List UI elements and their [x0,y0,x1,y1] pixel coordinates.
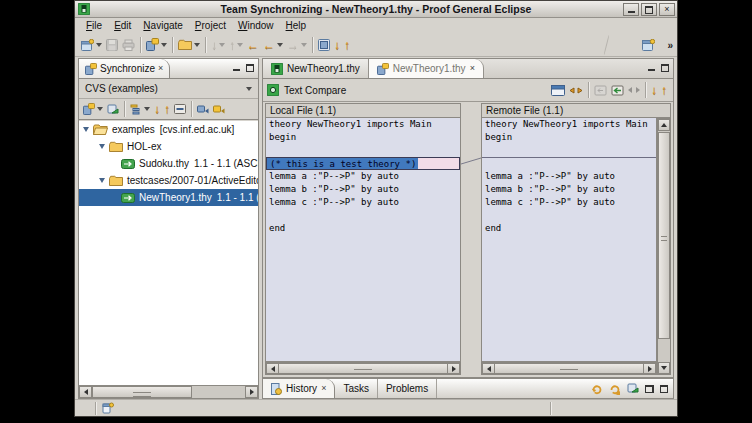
restore-panel-button[interactable] [645,385,654,393]
maximize-panel-button[interactable] [660,385,668,393]
scroll-up-button[interactable] [658,119,670,131]
menu-project[interactable]: Project [189,20,232,31]
tab-newtheory1-compare[interactable]: NewTheory1.thy × [369,59,484,78]
presentation-mode-button[interactable] [128,100,152,118]
forward-button[interactable]: → [285,35,309,55]
expander-icon[interactable] [83,127,89,132]
remote-vscrollbar[interactable] [657,118,671,375]
save-icon [106,39,118,51]
thumb-grip [560,369,578,374]
previous-change-nav-button[interactable] [634,80,642,100]
tab-synchronize[interactable]: Synchronize × [79,59,170,78]
next-change-nav-button[interactable] [626,80,634,100]
local-hscrollbar[interactable] [265,362,461,375]
collapse-all-button[interactable] [172,100,188,118]
scroll-down-button[interactable] [658,362,670,374]
menu-help[interactable]: Help [280,20,313,31]
code-line: lemma c :"P-->P" by auto [266,196,460,209]
next-difference-button[interactable]: ↓ [649,80,659,100]
scroll-right-button[interactable] [447,363,460,374]
maximize-button[interactable] [641,3,657,16]
tree-item-examples[interactable]: examples [cvs.inf.ed.ac.uk] [79,121,258,138]
tree-item-hol-ex[interactable]: HOL-ex [79,138,258,155]
minimize-button[interactable] [623,3,639,16]
dropdown-icon [194,43,200,47]
toolbar-separator [191,101,192,117]
close-icon[interactable]: × [321,384,326,393]
outgoing-mode-button[interactable] [211,100,227,118]
swap-arrows-icon [569,85,583,96]
view-menu-icon[interactable] [246,87,252,91]
copy-current-change-button[interactable] [609,80,626,100]
tree-item-sudoku[interactable]: Sudoku.thy 1.1 - 1.1 (ASCII - [79,155,258,172]
incoming-mode-button[interactable] [195,100,211,118]
perspective-more-button[interactable]: » [667,40,673,51]
maximize-editor-button[interactable] [661,64,669,72]
tab-tasks[interactable]: Tasks [335,379,378,398]
status-fast-view-icon[interactable] [102,402,114,414]
minimize-view-button[interactable] [233,65,240,71]
menu-navigate[interactable]: Navigate [137,20,188,31]
scrollbar-thumb[interactable] [92,386,192,398]
remote-file-text[interactable]: theory NewTheory1 imports Main begin lem… [481,118,657,362]
tab-newtheory1-editor[interactable]: NewTheory1.thy [263,59,369,78]
previous-annotation-button[interactable]: ↑ [227,35,245,55]
pin-current-button[interactable] [105,100,121,118]
previous-change-button[interactable]: ↑ [162,100,172,118]
switch-compare-viewer-button[interactable] [549,80,567,100]
tree-mode-icon [130,104,142,115]
code-line: lemma b :"P-->P" by auto [482,183,656,196]
tab-problems[interactable]: Problems [378,379,437,398]
refresh-icon[interactable] [591,383,603,395]
dropdown-icon [96,43,102,47]
scrollbar-thumb[interactable] [658,132,670,339]
sync-tree-hscrollbar[interactable] [79,385,258,398]
link-refresh-icon[interactable] [609,383,621,395]
close-icon[interactable]: × [158,64,163,73]
new-wizard-button[interactable] [79,35,104,55]
tab-history[interactable]: History × [263,379,335,398]
scrollbar-thumb[interactable] [278,363,448,374]
next-annotation-button[interactable]: ↓ [209,35,227,55]
print-button[interactable] [120,35,137,55]
expander-icon[interactable] [99,178,105,183]
tree-item-testcases[interactable]: testcases/2007-01/ActiveEditorV [79,172,258,189]
scrollbar-thumb[interactable] [494,363,644,374]
next-change-button[interactable]: ↓ [332,35,342,55]
pin-view-icon[interactable] [627,383,639,394]
scroll-left-button[interactable] [79,386,92,398]
expander-icon[interactable] [99,144,105,149]
synchronize-dropdown-button[interactable] [81,100,105,118]
toggle-mode-button[interactable] [316,35,332,55]
local-file-text[interactable]: theory NewTheory1 imports Main begin (* … [265,118,461,362]
menu-window[interactable]: Window [232,20,280,31]
synchronize-button[interactable] [144,35,169,55]
highlighted-diff-line[interactable]: (* this is a test theory *) [266,157,460,170]
next-change-button[interactable]: ↓ [152,100,162,118]
toolbar-separator [172,37,173,53]
previous-difference-button[interactable]: ↑ [659,80,669,100]
back-button[interactable]: ← [261,35,285,55]
menu-edit[interactable]: Edit [108,20,137,31]
perspective-bar-separator [604,35,610,55]
maximize-view-button[interactable] [246,64,254,72]
previous-change-button[interactable]: ↑ [342,35,352,55]
close-button[interactable]: × [659,3,675,16]
sync-tree[interactable]: examples [cvs.inf.ed.ac.uk] HOL-ex Sudok… [79,121,258,385]
scroll-right-button[interactable] [245,386,258,398]
code-line [482,144,656,157]
swap-panes-button[interactable] [567,80,585,100]
diff-gutter [461,103,481,376]
team-synchronizing-perspective-button[interactable] [640,35,657,55]
local-file-header: Local File (1.1) [265,103,461,118]
last-edit-location-button[interactable]: ← [245,35,261,55]
menu-file[interactable]: File [80,20,108,31]
remote-hscrollbar[interactable] [481,362,657,375]
checkout-button[interactable] [176,35,202,55]
close-icon[interactable]: × [470,64,475,73]
save-button[interactable] [104,35,120,55]
minimize-editor-button[interactable] [648,65,655,71]
tree-item-newtheory1[interactable]: NewTheory1.thy 1.1 - 1.1 (A [79,189,258,206]
scroll-right-button[interactable] [643,363,656,374]
copy-all-right-to-left-button[interactable] [592,80,609,100]
